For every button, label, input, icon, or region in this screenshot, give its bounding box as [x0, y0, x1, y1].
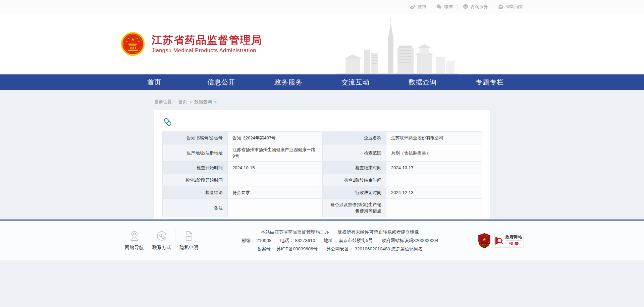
footer-phone: 电话： 83273610 [280, 238, 315, 243]
footer-nav-label: 联系方式 [152, 245, 171, 251]
svg-text:★: ★ [482, 237, 486, 242]
phone-icon [156, 230, 167, 242]
find-error-text: 政府网站 找错 [505, 235, 522, 246]
field-value: 2024-12-13 [386, 186, 482, 199]
field-value: 江苏联环药业股份有限公司 [386, 132, 482, 144]
table-row: 备注 是否涉及暂停(恢复)生产销售使用等措施 [163, 199, 482, 217]
table-row: 检查开始时间 2024-10-15 检查结束时间 2024-10-17 [163, 162, 482, 174]
field-label: 行政决定时间 [323, 186, 386, 199]
breadcrumb-link-home[interactable]: 首页 [178, 99, 187, 105]
nav-item-gov-services[interactable]: 政务服务 [255, 74, 322, 90]
topbar-item-smart-qa[interactable]: 智能问答 [493, 4, 523, 9]
party-gov-shield-badge[interactable]: ★ 党政机关 [478, 233, 491, 248]
breadcrumb-link-data-query[interactable]: 数据查询 [195, 99, 212, 105]
find-error-title: 政府网站 [505, 235, 522, 240]
breadcrumb-separator: > [214, 100, 217, 105]
svg-text:★: ★ [126, 40, 128, 43]
privacy-document-icon [183, 230, 194, 242]
footer-nav-label: 网站导航 [125, 245, 144, 251]
field-label: 是否涉及暂停(恢复)生产销售使用等措施 [323, 199, 386, 217]
footer-copyright-text: 版权所有未经许可禁止转载或者建立镜像 [337, 230, 419, 235]
field-label: 检查开始时间 [163, 162, 228, 174]
svg-text:★: ★ [131, 37, 135, 42]
svg-text:★: ★ [136, 37, 138, 40]
footer-address: 地址： 南京市鼓楼街5号 [324, 238, 373, 243]
svg-text:党政机关: 党政机关 [479, 243, 489, 246]
field-value: 江苏省扬州市扬州生物健康产业园健康一路9号 [228, 144, 323, 162]
footer-badges: ★ 党政机关 政府网站 找错 [478, 233, 523, 248]
field-label: 企业名称 [323, 132, 386, 144]
footer-icp-number: 备案号： 苏ICP备09039606号 [257, 246, 318, 251]
nav-item-home[interactable]: 首页 [121, 74, 188, 90]
field-value [228, 199, 323, 217]
nav-item-info-disclosure[interactable]: 信息公开 [188, 74, 255, 90]
footer-postcode: 邮编： 210008 [241, 238, 271, 243]
topbar: 微博 微信 咨询服务 [0, 0, 644, 13]
main-content: 当前位置： 首页 > 数据查询 > 告知书编号/公告号 告知书2024年第407… [0, 90, 644, 220]
site-title: 江苏省药品监督管理局 [152, 34, 262, 46]
field-value [228, 174, 323, 186]
field-value: 片剂（含抗肿瘤类） [386, 144, 482, 162]
field-value: 告知书2024年第407号 [228, 132, 323, 144]
footer-line-3: 备案号： 苏ICP备09039606号 苏公网安备： 3201060201048… [212, 245, 468, 253]
smart-qa-robot-icon [498, 4, 504, 10]
footer: 网站导航 联系方式 隐私申明 [0, 220, 644, 260]
breadcrumb: 当前位置： 首页 > 数据查询 > [154, 90, 490, 105]
topbar-item-label: 咨询服务 [471, 4, 488, 10]
main-navbar: 首页 信息公开 政务服务 交流互动 数据查询 专题专栏 [0, 74, 644, 90]
weibo-icon [410, 4, 416, 10]
topbar-item-weibo[interactable]: 微博 [405, 4, 431, 9]
field-label: 检查结束时间 [323, 162, 386, 174]
bottom-spacer [0, 260, 644, 307]
field-label: 检查范围 [323, 144, 386, 162]
field-label: 检查结论 [163, 186, 228, 199]
footer-line-2: 邮编： 210008 电话： 83273610 地址： 南京市鼓楼街5号 政府网… [212, 236, 468, 245]
footer-nav-label: 隐私申明 [179, 245, 198, 251]
table-row: 生产地址/注册地址 江苏省扬州市扬州生物健康产业园健康一路9号 检查范围 片剂（… [163, 144, 482, 162]
topbar-item-consult[interactable]: 咨询服务 [458, 4, 493, 9]
field-label: 告知书编号/公告号 [163, 132, 228, 144]
field-value: 2024-10-15 [228, 162, 323, 174]
footer-security-number: 苏公网安备： 32010602010488 您是第位访问者 [326, 246, 423, 251]
topbar-item-label: 微信 [444, 4, 453, 10]
footer-nav-site-map[interactable]: 网站导航 [121, 229, 148, 252]
field-value: 符合要求 [228, 186, 323, 199]
national-emblem-icon: ★ ★ ★ ★ ★ [121, 32, 145, 56]
city-skyline-decoration [337, 17, 458, 74]
table-row: 检查结论 符合要求 行政决定时间 2024-12-13 [163, 186, 482, 199]
site-map-pin-icon [129, 230, 140, 242]
field-label: 检查2阶段开始时间 [163, 174, 228, 186]
pill-icon [162, 117, 173, 127]
wechat-icon [436, 4, 442, 10]
site-subtitle: Jiangsu Medical Products Administration [152, 47, 262, 54]
field-value [386, 199, 482, 217]
topbar-item-wechat[interactable]: 微信 [431, 4, 458, 9]
topbar-item-label: 智能问答 [506, 4, 523, 10]
field-value [386, 174, 482, 186]
footer-site-id: 政府网站标识码3200000004 [381, 238, 438, 243]
site-title-block: 江苏省药品监督管理局 Jiangsu Medical Products Admi… [152, 34, 262, 54]
footer-info: 本站由江苏省药品监督管理局主办 版权所有未经许可禁止转载或者建立镜像 邮编： 2… [202, 228, 478, 253]
svg-text:★: ★ [138, 40, 140, 43]
nav-item-data-query[interactable]: 数据查询 [389, 74, 456, 90]
footer-nav-contact[interactable]: 联系方式 [148, 229, 175, 252]
field-label: 备注 [163, 199, 228, 217]
find-error-divider [506, 240, 522, 241]
breadcrumb-prefix: 当前位置： [154, 99, 176, 105]
field-label: 检查2阶段结束时间 [323, 174, 386, 186]
field-label: 生产地址/注册地址 [163, 144, 228, 162]
footer-nav-privacy[interactable]: 隐私申明 [175, 229, 202, 252]
breadcrumb-separator: > [190, 100, 192, 105]
nav-item-special-topics[interactable]: 专题专栏 [456, 74, 523, 90]
gov-site-find-error-badge[interactable]: 政府网站 找错 [494, 234, 523, 247]
svg-text:★: ★ [127, 37, 129, 40]
footer-nav: 网站导航 联系方式 隐私申明 [121, 229, 202, 252]
consult-service-icon [463, 4, 469, 10]
topbar-item-label: 微博 [418, 4, 426, 10]
nav-item-interaction[interactable]: 交流互动 [322, 74, 389, 90]
site-logo[interactable]: ★ ★ ★ ★ ★ 江苏省药品监督管理局 Jiangsu Medical Pro… [121, 32, 262, 56]
inspection-detail-card: 告知书编号/公告号 告知书2024年第407号 企业名称 江苏联环药业股份有限公… [154, 110, 490, 219]
table-row: 告知书编号/公告号 告知书2024年第407号 企业名称 江苏联环药业股份有限公… [163, 132, 482, 144]
site-header: ★ ★ ★ ★ ★ 江苏省药品监督管理局 Jiangsu Medical Pro… [0, 13, 644, 74]
footer-line-1: 本站由江苏省药品监督管理局主办 版权所有未经许可禁止转载或者建立镜像 [212, 228, 468, 236]
